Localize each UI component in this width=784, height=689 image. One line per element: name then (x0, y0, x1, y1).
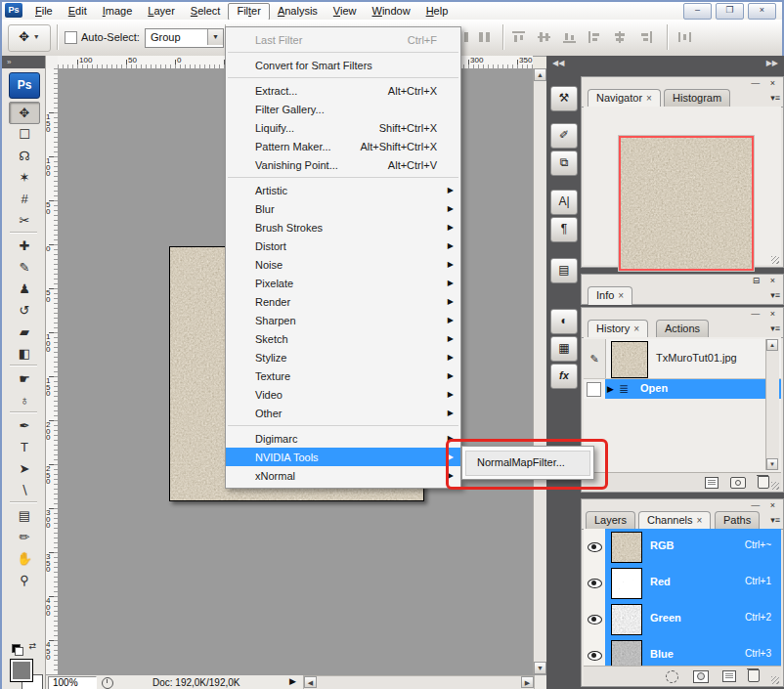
menu-edit[interactable]: Edit (61, 3, 95, 19)
menu-file[interactable]: File (27, 3, 61, 19)
snapshot-thumbnail[interactable] (611, 341, 648, 378)
menu-image[interactable]: Image (95, 3, 141, 19)
align-left-edges-icon[interactable] (588, 31, 601, 43)
swatches-panel-button[interactable]: ▦ (550, 336, 578, 362)
character-panel-button[interactable]: A| (550, 190, 578, 215)
tool-presets-panel-button[interactable]: ⚒ (550, 86, 578, 111)
menu-item-digimarc[interactable]: Digimarc▶ (226, 429, 460, 448)
lock-layers-icon[interactable] (478, 31, 491, 43)
align-top-edges-icon[interactable] (512, 31, 525, 43)
tab-channels[interactable]: Channels× (638, 511, 711, 530)
menu-help[interactable]: Help (418, 3, 457, 19)
auto-select-scope-dropdown[interactable]: Group ▼ (145, 28, 224, 48)
history-state-row[interactable]: ▶ ≣ Open (584, 379, 781, 399)
history-scrollbar[interactable]: ▲ ▼ (765, 339, 779, 470)
status-menu-arrow-icon[interactable]: ▶ (289, 676, 296, 686)
ps-logo-button[interactable]: Ps (9, 72, 40, 99)
tab-history[interactable]: History× (588, 320, 648, 338)
scroll-down-icon[interactable]: ▼ (534, 662, 546, 674)
delete-state-icon[interactable] (758, 476, 769, 489)
dodge-tool[interactable]: ♁ (9, 389, 40, 411)
current-tool-button[interactable]: ✥ ▼ (8, 24, 51, 52)
path-selection-tool[interactable]: ➤ (9, 457, 40, 480)
canvas-horizontal-scrollbar[interactable]: ◀ ▶ (303, 675, 535, 689)
gradient-tool[interactable]: ◧ (9, 342, 40, 365)
tab-close-icon[interactable]: × (696, 515, 702, 526)
tab-close-icon[interactable]: × (618, 290, 624, 301)
visibility-cell[interactable] (584, 601, 606, 638)
document-size-readout[interactable]: Doc: 192,0K/192,0K (152, 677, 240, 688)
navigator-proxy-preview[interactable] (619, 136, 754, 271)
line-tool[interactable]: ∖ (9, 479, 40, 501)
styles-panel-button[interactable]: fx (550, 364, 578, 389)
close-button[interactable]: × (748, 3, 776, 20)
eraser-tool[interactable]: ▰ (9, 321, 40, 343)
menu-item-convert-for-smart-filters[interactable]: Convert for Smart Filters (226, 56, 460, 74)
menu-item-render[interactable]: Render▶ (226, 292, 460, 311)
menu-item-pattern-maker[interactable]: Pattern Maker...Alt+Shift+Ctrl+X (226, 137, 460, 155)
dock-expand-icon[interactable]: ▶▶ (766, 59, 778, 67)
align-vertical-centers-icon[interactable] (538, 31, 550, 43)
tab-paths[interactable]: Paths (715, 511, 760, 530)
menu-item-xnormal[interactable]: xNormal▶ (226, 466, 460, 485)
load-selection-icon[interactable] (666, 670, 678, 683)
history-snapshot-row[interactable]: ✎ TxMuroTut01.jpg (584, 339, 781, 379)
scroll-down-icon[interactable]: ▼ (766, 458, 778, 470)
canvas-vertical-scrollbar[interactable]: ▲ ▼ (533, 68, 547, 674)
menu-item-other[interactable]: Other▶ (226, 404, 460, 422)
menu-item-last-filter[interactable]: Last FilterCtrl+F (226, 30, 460, 49)
panel-menu-icon[interactable]: ▾≡ (770, 515, 780, 525)
status-zoom-field[interactable]: 100% (48, 676, 97, 689)
tab-close-icon[interactable]: × (646, 93, 652, 104)
align-horizontal-centers-icon[interactable] (614, 31, 627, 43)
scroll-right-icon[interactable]: ▶ (521, 676, 534, 688)
scroll-up-icon[interactable]: ▲ (766, 339, 778, 351)
hand-tool[interactable]: ✋ (9, 547, 40, 570)
new-document-from-state-icon[interactable] (705, 477, 719, 489)
minimize-button[interactable]: – (683, 3, 712, 20)
auto-select-checkbox[interactable] (65, 31, 77, 44)
zoom-tool[interactable]: ⚲ (9, 569, 40, 591)
menu-item-extract[interactable]: Extract...Alt+Ctrl+X (226, 81, 460, 100)
menu-item-nvidia-tools[interactable]: NVIDIA Tools▶ (226, 448, 460, 466)
menu-item-filter-gallery[interactable]: Filter Gallery... (226, 100, 460, 118)
channel-selected-area[interactable]: RedCtrl+1 (605, 565, 781, 601)
menu-layer[interactable]: Layer (140, 3, 183, 19)
new-snapshot-icon[interactable] (730, 477, 746, 489)
menu-item-blur[interactable]: Blur▶ (226, 199, 460, 218)
dock-collapse-icon[interactable]: ◀◀ (552, 59, 564, 67)
visibility-cell[interactable] (584, 529, 606, 566)
channel-row-rgb[interactable]: RGBCtrl+~ (584, 529, 781, 565)
notes-tool[interactable]: ▤ (9, 504, 40, 527)
menu-item-video[interactable]: Video▶ (226, 385, 460, 404)
move-tool[interactable]: ✥ (9, 102, 40, 124)
menu-analysis[interactable]: Analysis (270, 3, 326, 19)
history-check-column[interactable] (584, 379, 606, 399)
rectangular-marquee-tool[interactable]: ☐ (9, 123, 40, 146)
crop-tool[interactable]: # (9, 188, 40, 210)
tab-navigator[interactable]: Navigator× (588, 89, 661, 108)
restore-button[interactable]: ❐ (716, 3, 744, 20)
menu-item-stylize[interactable]: Stylize▶ (226, 348, 460, 366)
align-bottom-edges-icon[interactable] (563, 31, 576, 43)
panel-resize-grip[interactable] (771, 482, 779, 490)
menu-item-texture[interactable]: Texture▶ (226, 366, 460, 385)
tab-layers[interactable]: Layers (586, 511, 635, 530)
scroll-up-icon[interactable]: ▲ (534, 68, 546, 81)
channel-selected-area[interactable]: GreenCtrl+2 (605, 601, 781, 637)
panel-menu-icon[interactable]: ▾≡ (770, 93, 780, 103)
menu-item-vanishing-point[interactable]: Vanishing Point...Alt+Ctrl+V (226, 155, 460, 174)
tab-info[interactable]: Info× (588, 286, 632, 305)
default-colors-widget[interactable]: ⇄ (10, 643, 37, 655)
type-tool[interactable]: T (9, 436, 40, 458)
tab-histogram[interactable]: Histogram (664, 89, 730, 108)
menu-view[interactable]: View (326, 3, 365, 19)
brush-tool[interactable]: ✎ (9, 256, 40, 279)
history-brush-tool[interactable]: ↺ (9, 299, 40, 322)
healing-brush-tool[interactable]: ✚ (9, 235, 40, 257)
menu-window[interactable]: Window (365, 3, 418, 19)
new-channel-icon[interactable] (722, 670, 736, 682)
panel-resize-grip[interactable] (771, 256, 779, 264)
smudge-tool[interactable]: ☛ (9, 367, 40, 390)
pen-tool[interactable]: ✒ (9, 414, 40, 437)
